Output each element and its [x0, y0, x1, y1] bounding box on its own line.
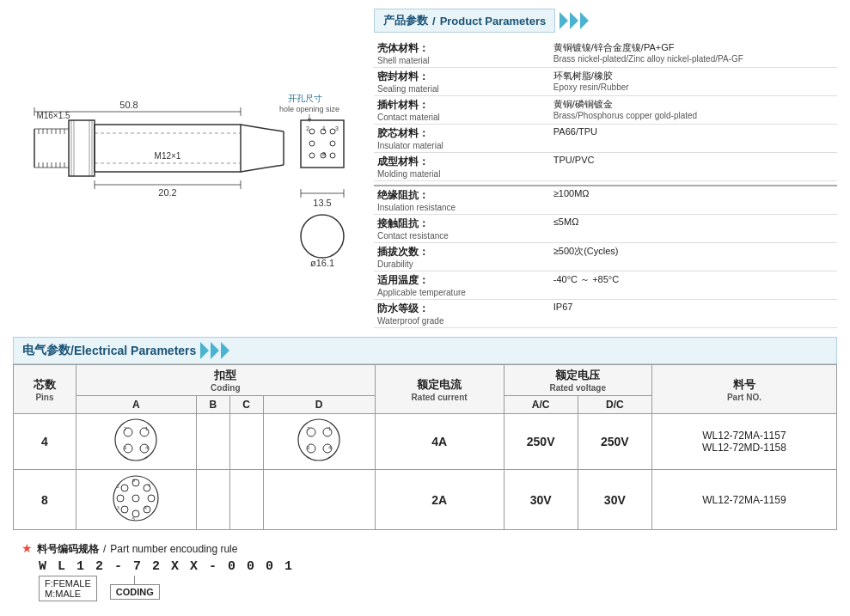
dim-20.2: 20.2	[158, 187, 176, 198]
svg-point-77	[132, 495, 139, 502]
elec-chevron-2	[211, 342, 219, 359]
svg-text:4: 4	[144, 505, 147, 510]
param-row-2: 插针材料： Contact material 黄铜/磷铜镀金 Brass/Pho…	[374, 96, 837, 125]
svg-point-44	[330, 153, 335, 158]
svg-text:7: 7	[148, 483, 150, 488]
svg-rect-22	[95, 125, 241, 172]
hole-size-en: hole opening size	[279, 105, 339, 113]
top-section: 50.8 20.2 M16×1.5 M12×1	[13, 9, 837, 328]
svg-point-37	[309, 129, 315, 134]
svg-rect-17	[69, 120, 95, 176]
svg-point-41	[330, 141, 335, 146]
elec-row-1: 8 6 7 4 5 3 2 2A 30V 30V WL12-72MA-1159	[14, 470, 837, 530]
electrical-title-zh: 电气参数	[22, 343, 70, 358]
dc-header: D/C	[578, 396, 651, 414]
pins-en: Pins	[18, 393, 71, 402]
spec-row-2: 插拔次数： Durability ≥500次(Cycles)	[374, 243, 837, 271]
pin4: 8	[322, 151, 326, 157]
elec-chevron-3	[221, 342, 229, 359]
svg-point-48	[301, 215, 344, 258]
rated-voltage-header: 额定电压 Rated voltage	[504, 365, 651, 396]
svg-text:2: 2	[124, 426, 127, 431]
params-area: 产品参数/Product Parameters 壳体材料： Shell mate…	[374, 9, 837, 328]
page: 50.8 20.2 M16×1.5 M12×1	[0, 0, 850, 616]
pin3: 3	[335, 125, 339, 131]
svg-point-71	[148, 495, 155, 502]
svg-line-23	[241, 125, 266, 129]
label-m16: M16×1.5	[36, 111, 70, 120]
svg-point-40	[309, 141, 315, 146]
hole-size-zh: 开孔尺寸	[288, 94, 322, 103]
coding-c-header: C	[229, 396, 263, 414]
svg-text:3: 3	[307, 445, 310, 450]
rated-current-zh: 额定电流	[380, 377, 499, 393]
part-rule-title-en: Part number encouding rule	[110, 543, 237, 555]
svg-text:5: 5	[132, 516, 135, 521]
coding-en: Coding	[81, 383, 370, 393]
chevron-2	[570, 12, 578, 29]
part-no-header: 料号 Part NO.	[651, 365, 836, 414]
electrical-table: 芯数 Pins 扣型 Coding 额定电流 Rated current 额定电…	[13, 364, 837, 530]
param-row-0: 壳体材料： Shell material 黄铜镀镍/锌合金度镍/PA+GF Br…	[374, 40, 837, 68]
dim-phi16: ø16.1	[310, 258, 334, 266]
elec-header-row-1: 芯数 Pins 扣型 Coding 额定电流 Rated current 额定电…	[14, 365, 837, 396]
coding-header: 扣型 Coding	[76, 365, 375, 396]
dim-13.5: 13.5	[313, 198, 331, 208]
svg-point-68	[113, 476, 158, 521]
part-rule-fm: F:FEMALE M:MALE	[39, 576, 97, 601]
spec-row-1: 接触阻抗： Contact resistance ≤5MΩ	[374, 215, 837, 243]
elec-arrows	[200, 342, 231, 359]
diagram-svg: 50.8 20.2 M16×1.5 M12×1	[17, 26, 352, 266]
param-row-1: 密封材料： Sealing material 环氧树脂/橡胶 Epoxy res…	[374, 68, 837, 96]
svg-point-74	[121, 506, 128, 513]
dim-50.8: 50.8	[119, 100, 138, 110]
spec-row-0: 绝缘阻抗： Insulation resistance ≥100MΩ	[374, 186, 837, 215]
spec-row-3: 适用温度： Applicable temperature -40°C ～ +85…	[374, 271, 837, 300]
f-label: F:FEMALE	[45, 578, 91, 589]
svg-text:2: 2	[117, 484, 119, 489]
product-params-title: 产品参数/Product Parameters	[374, 9, 555, 33]
electrical-section: 电气参数 / Electrical Parameters 芯数 Pins 扣型	[13, 337, 837, 530]
coding-zh: 扣型	[81, 368, 370, 383]
pins-zh: 芯数	[18, 377, 71, 393]
svg-line-24	[241, 168, 266, 172]
rated-current-en: Rated current	[380, 393, 499, 402]
part-rule-title-zh: 料号编码规格	[37, 542, 99, 557]
pin2: 1	[322, 125, 326, 131]
pin1: 2	[306, 125, 309, 131]
elec-chevron-1	[200, 342, 209, 359]
rated-voltage-zh: 额定电压	[509, 368, 647, 383]
chevron-3	[580, 12, 589, 29]
product-params-table: 壳体材料： Shell material 黄铜镀镍/锌合金度镍/PA+GF Br…	[374, 40, 837, 328]
elec-row-0: 4 2 1 3 4 2 1 3 4 4A 250V 250V WL12-	[14, 414, 837, 470]
part-rule-code: W L 1 2 - 7 2 X X - 0 0 0 1	[39, 559, 829, 574]
svg-line-26	[266, 165, 284, 168]
chevron-1	[560, 12, 568, 29]
spec-row-4: 防水等级： Waterproof grade IP67	[374, 300, 837, 328]
svg-point-59	[298, 419, 339, 460]
electrical-header: 电气参数 / Electrical Parameters	[13, 337, 837, 364]
part-no-en: Part NO.	[657, 393, 832, 402]
star-icon: ★	[21, 541, 33, 555]
param-row-4: 成型材料： Molding material TPU/PVC	[374, 153, 837, 181]
ac-header: A/C	[504, 396, 578, 414]
product-params-title-en: Product Parameters	[440, 15, 547, 27]
header-arrows	[560, 12, 590, 29]
coding-a-header: A	[76, 396, 196, 414]
svg-text:3: 3	[124, 445, 127, 450]
svg-text:2: 2	[307, 426, 310, 431]
part-rule-sep: /	[103, 543, 106, 555]
label-m12: M12×1	[155, 151, 181, 161]
svg-point-42	[309, 153, 315, 158]
svg-text:3: 3	[117, 505, 119, 510]
param-row-3: 胶芯材料： Insulator material PA66/TPU	[374, 125, 837, 153]
coding-d-header: D	[263, 396, 375, 414]
coding-b-header: B	[196, 396, 229, 414]
svg-line-25	[266, 129, 284, 131]
rated-voltage-en: Rated voltage	[509, 383, 647, 393]
svg-point-75	[117, 495, 124, 502]
part-rule-section: ★ 料号编码规格 / Part number encouding rule W …	[13, 537, 837, 606]
m-label: M:MALE	[45, 589, 91, 599]
part-no-zh: 料号	[657, 377, 832, 393]
part-rule-coding: CODING	[110, 584, 160, 600]
